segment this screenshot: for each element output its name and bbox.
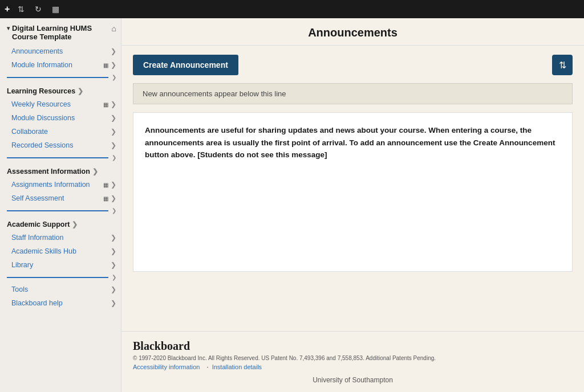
sidebar-item-collaborate[interactable]: Collaborate ❯ — [0, 125, 121, 138]
section-title-label: Academic Support — [7, 220, 70, 228]
create-announcement-button[interactable]: Create Announcement — [133, 55, 238, 75]
sidebar-item-label: Library — [11, 261, 108, 269]
sidebar-item-arrow-icon: ❯ — [111, 100, 116, 108]
sidebar-item-arrow-icon: ❯ — [111, 261, 116, 269]
new-announcements-banner: New announcements appear below this line — [133, 83, 573, 104]
sidebar-item-weekly-resources[interactable]: Weekly Resources ▦ ❯ — [0, 97, 121, 111]
section-title-label: Assessment Information — [7, 168, 90, 175]
course-title-row[interactable]: ▾ Digital Learning HUMS Course Template … — [0, 18, 121, 44]
toolbar-row: Create Announcement ⇅ — [133, 55, 573, 75]
sort-icon[interactable]: ⇅ — [15, 3, 27, 15]
sidebar-item-arrow-icon: ❯ — [111, 285, 116, 293]
sidebar-item-label: Announcements — [11, 47, 108, 55]
section-arrow-icon: ❯ — [92, 168, 98, 175]
sidebar-item-label: Module Information — [11, 61, 102, 69]
sidebar-item-label: Recorded Sessions — [11, 141, 108, 149]
sort-arrows-icon: ⇅ — [559, 60, 566, 71]
sidebar-item-label: Tools — [11, 285, 108, 293]
sidebar-item-academic-skills-hub[interactable]: Academic Skills Hub ❯ — [0, 244, 121, 258]
sidebar-item-arrow-icon: ❯ — [111, 194, 116, 202]
sidebar-item-arrow-icon: ❯ — [111, 61, 116, 69]
page-title: Announcements — [133, 26, 573, 39]
university-name: University of Southampton — [133, 376, 573, 384]
sidebar-item-arrow-icon: ❯ — [111, 247, 116, 255]
sidebar-item-arrow-icon: ❯ — [111, 47, 116, 55]
divider-arrow-icon: ❯ — [112, 74, 116, 80]
assignments-grid-icon: ▦ — [103, 182, 108, 188]
content-area: Announcements Create Announcement ⇅ New … — [121, 18, 584, 392]
accessibility-link[interactable]: Accessibility information — [133, 364, 200, 370]
sidebar-item-label: Blackboard help — [11, 299, 108, 307]
sidebar-item-self-assessment[interactable]: Self Assessment ▦ ❯ — [0, 191, 121, 205]
sidebar-item-arrow-icon: ❯ — [111, 114, 116, 122]
home-icon[interactable]: ⌂ — [112, 24, 116, 33]
page-header: Announcements — [121, 18, 584, 46]
topbar: + ⇅ ↻ ▦ — [0, 0, 584, 18]
sidebar-item-library[interactable]: Library ❯ — [0, 258, 121, 272]
announcement-text: Announcements are useful for sharing upd… — [145, 124, 561, 161]
main-layout: ❮ ▾ Digital Learning HUMS Course Templat… — [0, 18, 584, 392]
sidebar-item-label: Staff Information — [11, 234, 108, 242]
sidebar-item-label: Self Assessment — [11, 194, 102, 202]
divider-arrow-icon: ❯ — [112, 207, 116, 214]
banner-text: New announcements appear below this line — [143, 89, 286, 98]
refresh-icon[interactable]: ↻ — [33, 3, 44, 15]
plus-icon[interactable]: + — [5, 4, 10, 14]
sidebar-item-label: Collaborate — [11, 128, 108, 136]
sidebar-item-arrow-icon: ❯ — [111, 181, 116, 189]
sidebar-divider-1: ❯ — [0, 72, 121, 83]
menu-icon[interactable]: ▦ — [50, 3, 62, 15]
weekly-resources-grid-icon: ▦ — [103, 101, 108, 108]
self-assessment-grid-icon: ▦ — [103, 195, 108, 202]
blackboard-logo: Blackboard — [133, 340, 573, 353]
sidebar-divider-4: ❯ — [0, 272, 121, 283]
sidebar-item-label: Weekly Resources — [11, 100, 102, 108]
footer-links: Accessibility information · Installation… — [133, 364, 573, 370]
section-header-learning-resources: Learning Resources ❯ — [0, 83, 121, 97]
sidebar-item-label: Academic Skills Hub — [11, 247, 108, 255]
sidebar-item-arrow-icon: ❯ — [111, 234, 116, 242]
sidebar-item-label: Assignments Information — [11, 181, 102, 189]
expand-arrow-icon: ▾ — [7, 25, 10, 31]
announcement-box: Announcements are useful for sharing upd… — [133, 112, 573, 272]
sidebar-item-label: Module Discussions — [11, 114, 108, 122]
section-arrow-icon: ❯ — [72, 220, 78, 228]
announcements-content: Create Announcement ⇅ New announcements … — [121, 46, 584, 331]
copyright-text: © 1997-2020 Blackboard Inc. All Rights R… — [133, 355, 573, 361]
sidebar-divider-2: ❯ — [0, 152, 121, 163]
sidebar-item-staff-information[interactable]: Staff Information ❯ — [0, 231, 121, 244]
sidebar-item-arrow-icon: ❯ — [111, 128, 116, 136]
section-header-academic-support: Academic Support ❯ — [0, 216, 121, 231]
sidebar-item-blackboard-help[interactable]: Blackboard help ❯ — [0, 296, 121, 310]
divider-arrow-icon: ❯ — [112, 274, 116, 280]
sidebar-item-announcements[interactable]: Announcements ❯ — [0, 44, 121, 58]
sidebar-divider-3: ❯ — [0, 205, 121, 216]
section-arrow-icon: ❯ — [78, 87, 83, 95]
sidebar-item-module-discussions[interactable]: Module Discussions ❯ — [0, 111, 121, 125]
sidebar-toggle[interactable]: ❮ — [121, 194, 121, 217]
sidebar: ❮ ▾ Digital Learning HUMS Course Templat… — [0, 18, 121, 392]
course-title: Digital Learning HUMS Course Template — [12, 24, 110, 41]
sidebar-item-assignments-information[interactable]: Assignments Information ▦ ❯ — [0, 178, 121, 191]
footer: Blackboard © 1997-2020 Blackboard Inc. A… — [121, 331, 584, 392]
sort-button[interactable]: ⇅ — [552, 55, 573, 75]
sidebar-item-module-information[interactable]: Module Information ▦ ❯ — [0, 58, 121, 72]
sidebar-item-arrow-icon: ❯ — [111, 141, 116, 149]
section-header-assessment: Assessment Information ❯ — [0, 163, 121, 178]
module-info-grid-icon: ▦ — [103, 62, 108, 68]
sidebar-item-tools[interactable]: Tools ❯ — [0, 283, 121, 296]
installation-link[interactable]: Installation details — [212, 364, 262, 370]
divider-arrow-icon: ❯ — [112, 154, 116, 161]
sidebar-item-recorded-sessions[interactable]: Recorded Sessions ❯ — [0, 138, 121, 152]
section-title-label: Learning Resources — [7, 87, 75, 95]
sidebar-item-arrow-icon: ❯ — [111, 299, 116, 307]
